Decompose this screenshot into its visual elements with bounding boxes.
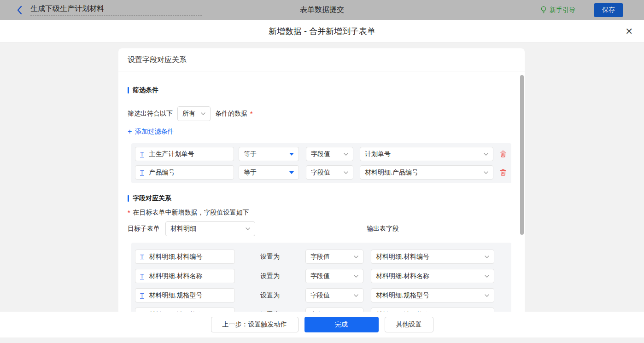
mapping-value-type-value: 字段值 [310, 291, 330, 300]
chevron-down-icon [246, 227, 250, 230]
filter-field-value: 产品编号 [149, 169, 175, 177]
filter-operator-value: 等于 [244, 169, 257, 177]
mapping-field-value: 材料明细.材料名称 [149, 272, 203, 280]
filter-suffix-label: 条件的数据 [215, 110, 247, 118]
filter-field-select[interactable]: T 主生产计划单号 [135, 147, 234, 161]
mapping-value-type-select[interactable]: 字段值 [305, 250, 363, 264]
filter-value-value: 材料明细.产品编号 [365, 169, 418, 177]
required-mark: * [250, 110, 252, 117]
back-button[interactable] [17, 6, 22, 15]
filter-value-type-select[interactable]: 字段值 [306, 165, 353, 180]
save-button[interactable]: 保存 [594, 3, 623, 17]
topbar-actions: 新手引导 保存 [540, 3, 623, 17]
filter-rows-panel: T 主生产计划单号 等于 字段值 计划单号 [131, 143, 511, 183]
mapping-row: T 材料明细.计量单位 设置为 字段值 材料明细.计量单位 [135, 308, 508, 312]
caret-down-icon [289, 153, 294, 156]
mapping-field[interactable]: T 材料明细.材料名称 [135, 269, 235, 283]
settings-card: 设置字段对应关系 筛选条件 筛选出符合以下 所有 条件的数据 * [118, 48, 525, 312]
chevron-down-icon [354, 275, 358, 278]
caret-down-icon [289, 171, 294, 174]
beginner-guide-link[interactable]: 新手引导 [540, 6, 575, 14]
mapping-row: T 材料明细.材料编号 设置为 字段值 材料明细.材料编号 [135, 250, 508, 264]
mapping-field-value: 材料明细.规格型号 [149, 291, 203, 300]
mapping-field[interactable]: T 材料明细.计量单位 [135, 308, 235, 312]
section-bar-icon [128, 87, 129, 93]
mapping-value-select[interactable]: 材料明细.材料编号 [371, 250, 494, 264]
mapping-value-select[interactable]: 材料明细.计量单位 [371, 308, 494, 312]
modal-header: 新增数据 - 合并新增到子表单 ✕ [0, 20, 644, 43]
mapping-description: 在目标表单中新增数据，字段值设置如下 [133, 209, 249, 217]
chevron-down-icon [484, 153, 488, 156]
text-field-icon: T [140, 169, 144, 176]
topbar: 生成下级生产计划材料 表单数据提交 新手引导 保存 [0, 0, 644, 20]
chevron-down-icon [344, 153, 348, 156]
chevron-down-icon [485, 275, 489, 278]
section-bar-icon [128, 195, 129, 202]
text-field-icon: T [140, 273, 144, 279]
other-settings-button[interactable]: 其他设置 [385, 317, 433, 332]
previous-step-button[interactable]: 上一步：设置触发动作 [211, 317, 299, 332]
mapping-row: T 材料明细.材料名称 设置为 字段值 材料明细.材料名称 [135, 269, 508, 283]
close-icon[interactable]: ✕ [625, 27, 633, 36]
mapping-value-select[interactable]: 材料明细.材料名称 [371, 269, 494, 283]
mapping-field[interactable]: T 材料明细.材料编号 [135, 250, 235, 264]
mapping-section-label: 字段对应关系 [133, 194, 171, 203]
chevron-down-icon [344, 171, 348, 174]
filter-value-select[interactable]: 材料明细.产品编号 [360, 165, 493, 180]
filter-operator-value: 等于 [244, 150, 257, 158]
mapping-value-type-value: 字段值 [310, 272, 330, 280]
match-mode-select[interactable]: 所有 [177, 106, 211, 121]
filter-prefix-label: 筛选出符合以下 [128, 110, 173, 118]
mapping-value-select[interactable]: 材料明细.规格型号 [371, 288, 494, 302]
modal-content: 设置字段对应关系 筛选条件 筛选出符合以下 所有 条件的数据 * [0, 43, 644, 312]
text-field-icon: T [140, 254, 144, 260]
filter-value-value: 计划单号 [365, 150, 391, 158]
chevron-down-icon [201, 112, 205, 115]
chevron-down-icon [354, 256, 358, 258]
done-button[interactable]: 完成 [304, 317, 379, 332]
target-subform-select[interactable]: 材料明细 [165, 221, 255, 236]
mapping-field[interactable]: T 材料明细.规格型号 [135, 288, 235, 302]
filter-section-title: 筛选条件 [128, 86, 515, 94]
screen: 生成下级生产计划材料 表单数据提交 新手引导 保存 新增数据 - 合并新增到子表… [0, 0, 644, 343]
trash-icon[interactable] [500, 151, 506, 157]
filter-field-select[interactable]: T 产品编号 [135, 165, 234, 180]
mapping-value-value: 材料明细.规格型号 [376, 291, 429, 300]
filter-operator-select[interactable]: 等于 [239, 147, 299, 161]
footer-actions: 上一步：设置触发动作 完成 其他设置 [0, 312, 644, 337]
target-subform-label: 目标子表单 [128, 225, 160, 233]
mapping-value-type-select[interactable]: 字段值 [305, 269, 363, 283]
add-filter-button[interactable]: + 添加过滤条件 [128, 128, 174, 136]
trash-icon[interactable] [500, 169, 506, 176]
modal-title: 新增数据 - 合并新增到子表单 [269, 26, 375, 37]
mapping-value-value: 材料明细.材料编号 [376, 253, 429, 261]
mapping-description-row: * 在目标表单中新增数据，字段值设置如下 [128, 209, 515, 217]
filter-value-select[interactable]: 计划单号 [360, 147, 493, 161]
filter-value-type-select[interactable]: 字段值 [306, 147, 353, 161]
mapping-value-type-value: 字段值 [310, 253, 330, 261]
chevron-down-icon [484, 171, 488, 174]
scrollbar-thumb[interactable] [520, 75, 524, 235]
card-body: 筛选条件 筛选出符合以下 所有 条件的数据 * + 添加过滤条件 [118, 86, 525, 312]
lightbulb-icon [540, 6, 547, 14]
mapping-rows-panel: T 材料明细.材料编号 设置为 字段值 材料明细.材料编号 [131, 243, 511, 312]
mapping-value-type-select[interactable]: 字段值 [305, 288, 363, 302]
set-as-label: 设置为 [260, 253, 280, 261]
match-mode-value: 所有 [182, 110, 195, 118]
beginner-guide-label: 新手引导 [550, 6, 575, 14]
mapping-row: T 材料明细.规格型号 设置为 字段值 材料明细.规格型号 [135, 288, 508, 302]
filter-row: T 主生产计划单号 等于 字段值 计划单号 [135, 147, 508, 161]
required-mark: * [128, 209, 130, 216]
mapping-value-type-select[interactable]: 字段值 [305, 308, 363, 312]
set-as-label: 设置为 [260, 272, 280, 280]
flow-title[interactable]: 生成下级生产计划材料 [30, 4, 202, 16]
filter-operator-select[interactable]: 等于 [239, 165, 299, 180]
text-field-icon: T [140, 292, 144, 299]
plus-icon: + [128, 128, 132, 135]
filter-row: T 产品编号 等于 字段值 材料明细.产品编号 [135, 165, 508, 180]
chevron-down-icon [485, 294, 489, 297]
card-title: 设置字段对应关系 [118, 48, 525, 71]
filter-value-type-value: 字段值 [311, 150, 330, 158]
text-field-icon: T [140, 151, 144, 157]
mapping-value-value: 材料明细.材料名称 [376, 272, 429, 280]
